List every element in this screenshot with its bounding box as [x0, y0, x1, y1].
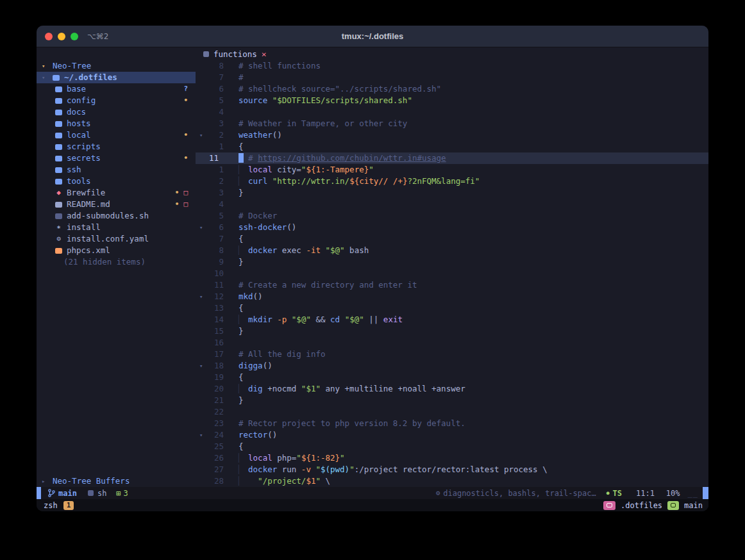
code-line[interactable]: 19{ [196, 372, 708, 383]
titlebar[interactable]: ⌥⌘2 tmux:~/.dotfiles [37, 26, 708, 47]
code-line[interactable]: 7{ [196, 233, 708, 245]
code-line[interactable]: 11 # https://github.com/chubin/wttr.in#u… [196, 152, 708, 164]
status-icon: □ [183, 187, 188, 199]
code-token: dig [248, 384, 263, 393]
tab-functions[interactable]: functions × [203, 49, 267, 59]
code-line[interactable]: ▾12mkd() [196, 291, 708, 302]
code-line[interactable]: 3} [196, 187, 708, 199]
tree-item-base[interactable]: base? [37, 83, 196, 95]
code-line[interactable]: 27▏ docker run -v "$(pwd)":/project rect… [196, 464, 708, 475]
code-token: } [239, 257, 244, 267]
code-line[interactable]: ▾24rector() [196, 429, 708, 441]
tree-item-tools[interactable]: tools [37, 176, 196, 187]
code-area[interactable]: 8# shell functions7#6# shellcheck source… [196, 60, 708, 487]
tmux-session-badge [603, 501, 615, 510]
tmux-shortcut-label: ⌥⌘2 [87, 32, 108, 41]
minimize-window-button[interactable] [58, 33, 65, 40]
git-status-badges: • [183, 152, 188, 164]
tree-item-readme-md[interactable]: README.md•□ [37, 199, 196, 210]
tree-item-brewfile[interactable]: ◆Brewfile•□ [37, 187, 196, 199]
code-token: ▏ [239, 165, 244, 174]
fold-arrow-icon[interactable]: ▾ [199, 222, 208, 233]
code-line[interactable]: ▾18digga() [196, 360, 708, 372]
tree-item-ssh[interactable]: ssh [37, 164, 196, 176]
code-token: "/project/ [258, 476, 306, 486]
fold-gutter [199, 325, 208, 337]
code-token: ▏ [239, 465, 244, 474]
tree-item-config[interactable]: config• [37, 95, 196, 106]
code-line[interactable]: 1▏ local city="${1:-Tampere}" [196, 164, 708, 176]
tree-item-local[interactable]: local• [37, 129, 196, 141]
fold-gutter [199, 60, 208, 72]
code-token: "$DOTFILES/scripts/shared.sh" [267, 95, 412, 105]
line-number: 23 [208, 418, 224, 429]
tree-item-docs[interactable]: docs [37, 106, 196, 118]
folder-icon [55, 110, 62, 115]
line-number: 4 [208, 106, 224, 118]
code-line[interactable]: 5source "$DOTFILES/scripts/shared.sh" [196, 95, 708, 106]
line-number: 20 [208, 383, 224, 395]
fold-arrow-icon[interactable]: ▾ [199, 129, 208, 141]
tree-item-install[interactable]: ∗install [37, 222, 196, 233]
code-line[interactable]: 10 [196, 268, 708, 279]
code-token: ▏ [239, 476, 244, 486]
code-line[interactable]: 22 [196, 406, 708, 418]
code-line[interactable]: 14▏ mkdir -p "$@" && cd "$@" || exit [196, 314, 708, 325]
code-token [244, 315, 249, 324]
line-number: 17 [208, 349, 224, 360]
url-link[interactable]: https://github.com/chubin/wttr.in#usage [258, 153, 446, 163]
tmux-window-zsh[interactable]: zsh 1 [44, 501, 74, 510]
tree-item-hosts[interactable]: hosts [37, 118, 196, 129]
fold-arrow-icon[interactable]: ▾ [199, 429, 208, 441]
code-token: # Create a new directory and enter it [239, 280, 417, 290]
tmux-status-right: .dotfiles main [603, 501, 703, 510]
close-tab-icon[interactable]: × [262, 49, 267, 59]
tree-item-secrets[interactable]: secrets• [37, 152, 196, 164]
code-line[interactable]: 6# shellcheck source="../scripts/shared.… [196, 83, 708, 95]
neotree-sidebar: ▾ Neo-Tree ▾ ~/.dotfiles base?config•doc… [37, 47, 196, 487]
code-line[interactable]: 9} [196, 256, 708, 268]
tree-item-phpcs-xml[interactable]: phpcs.xml [37, 245, 196, 256]
code-line[interactable]: 8▏ docker exec -it "$@" bash [196, 245, 708, 256]
code-line[interactable]: 2▏ curl "http://wttr.in/${city// /+}?2nF… [196, 176, 708, 187]
code-line[interactable]: 15} [196, 325, 708, 337]
code-token [244, 384, 249, 393]
code-line[interactable]: 23# Rector project to php version 8.2 by… [196, 418, 708, 429]
code-line[interactable]: 7# [196, 72, 708, 83]
code-line[interactable]: 4 [196, 106, 708, 118]
code-token [244, 153, 249, 163]
code-line[interactable]: 4 [196, 199, 708, 210]
code-line[interactable]: 13{ [196, 302, 708, 314]
code-line[interactable]: 28▏ "/project/$1" \ [196, 475, 708, 487]
close-window-button[interactable] [45, 33, 53, 40]
zoom-window-button[interactable] [71, 33, 78, 40]
code-line[interactable]: 21} [196, 395, 708, 406]
code-line[interactable]: ▾2weather() [196, 129, 708, 141]
neotree-root-item[interactable]: ▾ ~/.dotfiles [37, 72, 196, 83]
code-line[interactable]: 3# Weather in Tampere, or other city [196, 118, 708, 129]
neotree-header[interactable]: ▾ Neo-Tree [37, 60, 196, 72]
code-line[interactable]: 17# All the dig info [196, 349, 708, 360]
code-line[interactable]: ▾6ssh-docker() [196, 222, 708, 233]
code-token [267, 176, 272, 186]
code-line[interactable]: 5# Docker [196, 210, 708, 222]
code-line[interactable]: 16 [196, 337, 708, 349]
fold-arrow-icon[interactable]: ▾ [199, 360, 208, 372]
code-line[interactable]: 20▏ dig +nocmd "$1" any +multiline +noal… [196, 383, 708, 395]
code-line[interactable]: 26▏ local php="${1:-82}" [196, 452, 708, 464]
tree-item-scripts[interactable]: scripts [37, 141, 196, 152]
code-line[interactable]: 1{ [196, 141, 708, 152]
code-line[interactable]: 8# shell functions [196, 60, 708, 72]
fold-arrow-icon[interactable]: ▾ [199, 291, 208, 302]
code-token [244, 465, 249, 474]
tree-item-install-conf-yaml[interactable]: ⚙install.conf.yaml [37, 233, 196, 245]
line-text: { [224, 302, 244, 314]
tree-item-add-submodules-sh[interactable]: add-submodules.sh [37, 210, 196, 222]
code-token: } [239, 326, 244, 336]
neotree-buffers-header[interactable]: ▸ Neo-Tree Buffers [37, 475, 196, 487]
scrollbar-indicator[interactable] [703, 487, 708, 499]
line-number: 7 [208, 72, 224, 83]
line-number: 25 [208, 441, 224, 452]
code-line[interactable]: 11# Create a new directory and enter it [196, 279, 708, 291]
code-line[interactable]: 25{ [196, 441, 708, 452]
